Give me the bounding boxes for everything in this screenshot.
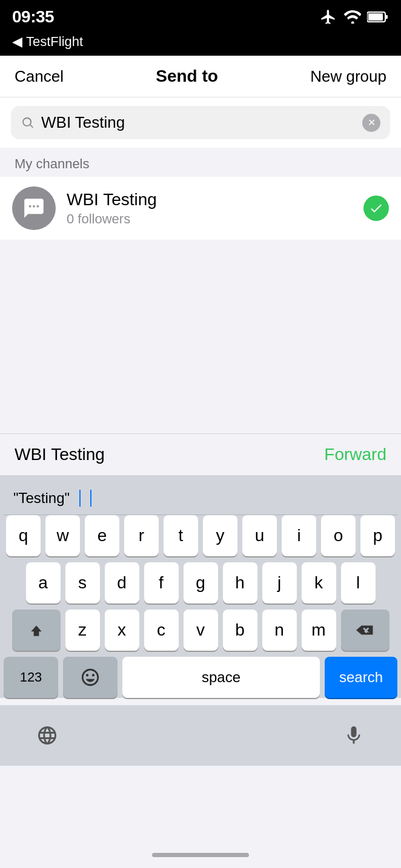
key-v[interactable]: v [184, 610, 218, 651]
key-l[interactable]: l [341, 562, 376, 603]
search-button[interactable]: search [325, 657, 397, 698]
key-i[interactable]: i [282, 515, 316, 556]
keyboard-row-2: a s d f g h j k l [4, 562, 397, 603]
checkmark-icon [369, 201, 383, 215]
home-indicator [152, 853, 249, 857]
shift-key[interactable] [12, 610, 61, 651]
channel-icon [22, 197, 45, 220]
emoji-icon [80, 667, 101, 688]
forward-bar: WBI Testing Forward [0, 433, 401, 475]
svg-point-0 [351, 21, 354, 24]
key-o[interactable]: o [321, 515, 356, 556]
number-key[interactable]: 123 [4, 657, 58, 698]
page-title: Send to [156, 67, 218, 86]
back-bar[interactable]: ◀ TestFlight [0, 33, 401, 56]
svg-rect-2 [368, 13, 383, 21]
key-e[interactable]: e [85, 515, 119, 556]
keyboard-row-1: q w e r t y u i o p [4, 515, 397, 556]
airplane-icon [320, 8, 337, 25]
status-time: 09:35 [12, 7, 54, 27]
autocomplete-bar: "Testing" [4, 481, 397, 515]
cancel-button[interactable]: Cancel [15, 67, 64, 86]
autocomplete-right-cursor [90, 490, 91, 507]
back-arrow-icon: ◀ [12, 34, 22, 50]
wifi-icon [343, 10, 361, 24]
microphone-icon[interactable] [343, 725, 365, 746]
backspace-icon [356, 623, 374, 637]
channel-selected-check [363, 196, 389, 221]
key-w[interactable]: w [45, 515, 80, 556]
nav-header: Cancel Send to New group [0, 56, 401, 97]
key-d[interactable]: d [105, 562, 139, 603]
channel-avatar [12, 186, 56, 230]
forward-button[interactable]: Forward [324, 445, 386, 464]
channel-followers: 0 followers [67, 211, 353, 227]
status-icons [320, 8, 389, 25]
my-channels-label: My channels [0, 148, 401, 177]
selected-channel-name: WBI Testing [15, 445, 105, 464]
key-q[interactable]: q [6, 515, 41, 556]
autocomplete-word[interactable]: "Testing" [13, 490, 70, 507]
keyboard: "Testing" q w e r t y u i o p a s d f g … [0, 475, 401, 698]
clear-search-button[interactable]: ✕ [362, 114, 380, 132]
channel-item[interactable]: WBI Testing 0 followers [0, 177, 401, 240]
content-area [0, 240, 401, 433]
key-x[interactable]: x [105, 610, 139, 651]
key-j[interactable]: j [262, 562, 297, 603]
key-t[interactable]: t [164, 515, 198, 556]
key-r[interactable]: r [124, 515, 159, 556]
search-container: WBI Testing ✕ [0, 97, 401, 148]
status-bar: 09:35 [0, 0, 401, 33]
channel-info: WBI Testing 0 followers [67, 190, 353, 227]
key-n[interactable]: n [262, 610, 297, 651]
key-h[interactable]: h [223, 562, 257, 603]
battery-icon [367, 11, 389, 23]
shift-icon [28, 622, 44, 638]
emoji-key[interactable] [63, 657, 118, 698]
globe-icon[interactable] [36, 725, 58, 746]
key-z[interactable]: z [65, 610, 100, 651]
channel-name: WBI Testing [67, 190, 353, 209]
key-s[interactable]: s [65, 562, 100, 603]
key-p[interactable]: p [360, 515, 395, 556]
key-a[interactable]: a [26, 562, 61, 603]
keyboard-row-4: 123 space search [4, 657, 397, 698]
my-channels-section: My channels WBI Testing 0 followers [0, 148, 401, 240]
key-k[interactable]: k [302, 562, 336, 603]
back-label: TestFlight [26, 34, 83, 50]
space-key[interactable]: space [122, 657, 320, 698]
new-group-button[interactable]: New group [310, 67, 386, 86]
key-f[interactable]: f [144, 562, 179, 603]
search-icon [21, 116, 35, 130]
key-u[interactable]: u [242, 515, 277, 556]
keyboard-row-3: z x c v b n m [4, 610, 397, 651]
autocomplete-cursor [79, 490, 81, 507]
key-y[interactable]: y [203, 515, 237, 556]
key-m[interactable]: m [302, 610, 336, 651]
backspace-key[interactable] [341, 610, 389, 651]
search-input[interactable]: WBI Testing [41, 113, 356, 132]
key-b[interactable]: b [223, 610, 257, 651]
search-bar[interactable]: WBI Testing ✕ [11, 106, 390, 139]
bottom-bar [0, 705, 401, 766]
key-c[interactable]: c [144, 610, 179, 651]
key-g[interactable]: g [184, 562, 218, 603]
svg-rect-3 [385, 15, 388, 19]
